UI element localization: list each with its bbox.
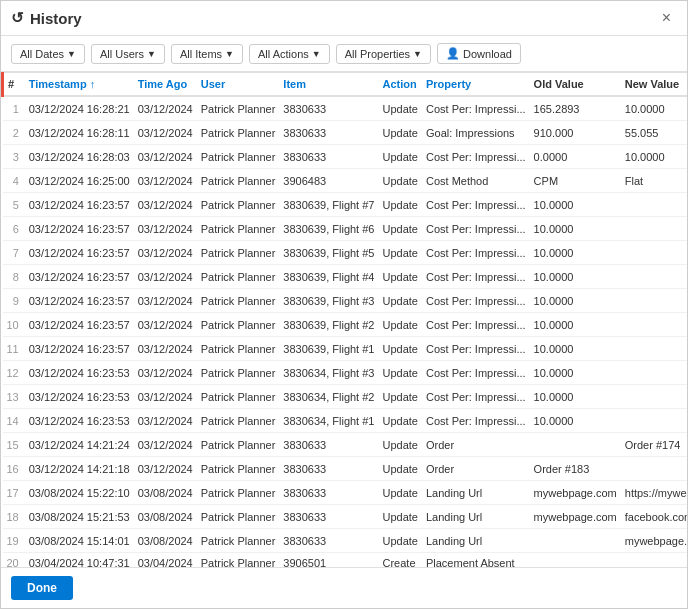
cell-newvalue: facebook.com: [621, 505, 687, 529]
cell-timestamp: 03/12/2024 14:21:18: [25, 457, 134, 481]
cell-item: 3830639, Flight #6: [279, 217, 378, 241]
cell-action: Update: [378, 313, 421, 337]
cell-oldvalue: mywebpage.com: [530, 481, 621, 505]
col-header-user[interactable]: User: [197, 73, 280, 97]
cell-oldvalue: 10.0000: [530, 217, 621, 241]
filter-users-label: All Users: [100, 48, 144, 60]
cell-oldvalue: 10.0000: [530, 313, 621, 337]
table-row: 403/12/2024 16:25:0003/12/2024Patrick Pl…: [3, 169, 688, 193]
caret-icon: ▼: [147, 49, 156, 59]
cell-num: 12: [3, 361, 25, 385]
cell-timeago: 03/12/2024: [134, 433, 197, 457]
cell-user: Patrick Planner: [197, 361, 280, 385]
cell-item: 3830639, Flight #2: [279, 313, 378, 337]
history-modal: ↺ History × All Dates ▼ All Users ▼ All …: [0, 0, 688, 609]
caret-icon: ▼: [413, 49, 422, 59]
cell-timestamp: 03/12/2024 16:23:57: [25, 193, 134, 217]
cell-newvalue: [621, 409, 687, 433]
cell-timeago: 03/12/2024: [134, 169, 197, 193]
cell-item: 3830633: [279, 457, 378, 481]
cell-user: Patrick Planner: [197, 96, 280, 121]
cell-oldvalue: [530, 529, 621, 553]
cell-timeago: 03/12/2024: [134, 96, 197, 121]
cell-newvalue: [621, 289, 687, 313]
cell-property: Cost Per: Impressi...: [422, 409, 530, 433]
cell-item: 3830633: [279, 505, 378, 529]
cell-newvalue: 10.0000: [621, 96, 687, 121]
cell-timestamp: 03/12/2024 16:23:57: [25, 289, 134, 313]
cell-action: Update: [378, 121, 421, 145]
col-header-action[interactable]: Action: [378, 73, 421, 97]
cell-num: 16: [3, 457, 25, 481]
cell-timestamp: 03/12/2024 16:23:53: [25, 385, 134, 409]
caret-icon: ▼: [312, 49, 321, 59]
cell-num: 3: [3, 145, 25, 169]
filter-properties-button[interactable]: All Properties ▼: [336, 44, 431, 64]
cell-timeago: 03/12/2024: [134, 217, 197, 241]
table-row: 1003/12/2024 16:23:5703/12/2024Patrick P…: [3, 313, 688, 337]
cell-item: 3906501: [279, 553, 378, 568]
modal-header: ↺ History ×: [1, 1, 687, 36]
title-text: History: [30, 10, 82, 27]
person-icon: 👤: [446, 47, 460, 60]
filter-users-button[interactable]: All Users ▼: [91, 44, 165, 64]
cell-action: Update: [378, 505, 421, 529]
cell-num: 18: [3, 505, 25, 529]
table-row: 203/12/2024 16:28:1103/12/2024Patrick Pl…: [3, 121, 688, 145]
cell-oldvalue: 10.0000: [530, 337, 621, 361]
cell-property: Cost Method: [422, 169, 530, 193]
table-row: 1703/08/2024 15:22:1003/08/2024Patrick P…: [3, 481, 688, 505]
col-header-timestamp[interactable]: Timestamp ↑: [25, 73, 134, 97]
cell-user: Patrick Planner: [197, 145, 280, 169]
cell-property: Landing Url: [422, 481, 530, 505]
cell-property: Cost Per: Impressi...: [422, 217, 530, 241]
table-row: 903/12/2024 16:23:5703/12/2024Patrick Pl…: [3, 289, 688, 313]
cell-user: Patrick Planner: [197, 481, 280, 505]
cell-property: Cost Per: Impressi...: [422, 96, 530, 121]
cell-newvalue: [621, 553, 687, 568]
filter-properties-label: All Properties: [345, 48, 410, 60]
filter-items-button[interactable]: All Items ▼: [171, 44, 243, 64]
cell-action: Update: [378, 145, 421, 169]
filter-actions-button[interactable]: All Actions ▼: [249, 44, 330, 64]
cell-timestamp: 03/12/2024 16:28:03: [25, 145, 134, 169]
cell-action: Update: [378, 481, 421, 505]
cell-oldvalue: 10.0000: [530, 193, 621, 217]
cell-property: Cost Per: Impressi...: [422, 265, 530, 289]
download-button[interactable]: 👤 Download: [437, 43, 521, 64]
cell-user: Patrick Planner: [197, 553, 280, 568]
col-header-oldvalue: Old Value: [530, 73, 621, 97]
cell-action: Update: [378, 385, 421, 409]
history-icon: ↺: [11, 9, 24, 27]
cell-user: Patrick Planner: [197, 169, 280, 193]
col-header-item[interactable]: Item: [279, 73, 378, 97]
cell-timestamp: 03/04/2024 10:47:31: [25, 553, 134, 568]
cell-newvalue: [621, 457, 687, 481]
cell-item: 3830633: [279, 145, 378, 169]
cell-timestamp: 03/12/2024 16:23:57: [25, 313, 134, 337]
table-body: 103/12/2024 16:28:2103/12/2024Patrick Pl…: [3, 96, 688, 567]
cell-property: Landing Url: [422, 505, 530, 529]
table-row: 2003/04/2024 10:47:3103/04/2024Patrick P…: [3, 553, 688, 568]
col-header-property[interactable]: Property: [422, 73, 530, 97]
table-row: 1903/08/2024 15:14:0103/08/2024Patrick P…: [3, 529, 688, 553]
cell-oldvalue: 10.0000: [530, 361, 621, 385]
col-header-timeago[interactable]: Time Ago: [134, 73, 197, 97]
table-header-row: # Timestamp ↑ Time Ago User Item Action …: [3, 73, 688, 97]
cell-timeago: 03/12/2024: [134, 121, 197, 145]
cell-newvalue: [621, 361, 687, 385]
close-button[interactable]: ×: [656, 7, 677, 29]
cell-newvalue: Order #174: [621, 433, 687, 457]
cell-num: 20: [3, 553, 25, 568]
filter-items-label: All Items: [180, 48, 222, 60]
cell-newvalue: [621, 217, 687, 241]
done-button[interactable]: Done: [11, 576, 73, 600]
cell-action: Update: [378, 337, 421, 361]
filter-dates-button[interactable]: All Dates ▼: [11, 44, 85, 64]
cell-newvalue: [621, 241, 687, 265]
cell-oldvalue: 10.0000: [530, 241, 621, 265]
cell-action: Update: [378, 361, 421, 385]
cell-action: Create: [378, 553, 421, 568]
cell-action: Update: [378, 433, 421, 457]
cell-property: Placement Absent: [422, 553, 530, 568]
